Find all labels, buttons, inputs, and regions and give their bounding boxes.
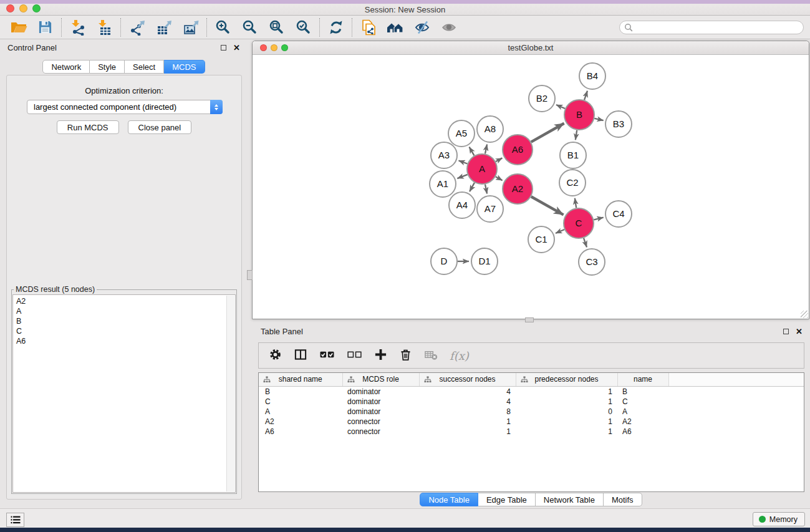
tab-network[interactable]: Network [42, 60, 90, 74]
first-neighbors-button[interactable] [382, 17, 408, 38]
table-cell[interactable]: B [259, 387, 342, 397]
add-column-button[interactable] [374, 348, 387, 364]
show-panels-button[interactable] [6, 513, 24, 527]
column-header-predecessor-nodes[interactable]: predecessor nodes [516, 373, 617, 387]
table-cell[interactable]: 4 [419, 397, 516, 407]
table-cell[interactable]: dominator [342, 407, 419, 417]
table-row[interactable]: A2connector11A2 [259, 417, 804, 427]
table-cell[interactable]: dominator [342, 387, 419, 397]
graph-node-A2[interactable]: A2 [503, 174, 533, 204]
graph-node-A1[interactable]: A1 [430, 171, 456, 197]
table-cell[interactable]: C [259, 397, 342, 407]
tab-node-table[interactable]: Node Table [420, 493, 478, 506]
close-panel-button[interactable]: Close panel [128, 120, 192, 134]
table-cell[interactable]: 1 [516, 397, 617, 407]
graph-edge-A-A2[interactable] [496, 177, 503, 180]
network-maximize-icon[interactable] [281, 44, 288, 51]
graph-node-D1[interactable]: D1 [471, 248, 498, 274]
graph-edge-B-B1[interactable] [576, 130, 577, 140]
tab-motifs[interactable]: Motifs [604, 493, 642, 506]
table-row[interactable]: Adominator80A [259, 407, 804, 417]
open-session-button[interactable] [5, 17, 32, 38]
tab-network-table[interactable]: Network Table [536, 493, 604, 506]
graph-edge-A6-B[interactable] [531, 123, 564, 142]
column-header-name[interactable]: name [617, 373, 668, 387]
table-cell[interactable]: C [617, 397, 668, 407]
graph-edge-A2-C[interactable] [531, 196, 564, 215]
graph-edge-A-A6[interactable] [496, 158, 502, 162]
graph-edge-C-C1[interactable] [556, 230, 564, 233]
graph-node-B2[interactable]: B2 [529, 85, 555, 112]
graph-node-A4[interactable]: A4 [449, 192, 475, 218]
table-cell[interactable]: 1 [516, 417, 617, 427]
delete-table-button[interactable] [424, 348, 438, 364]
deselect-all-button[interactable] [347, 348, 362, 364]
show-all-button[interactable] [435, 17, 462, 38]
horizontal-splitter-handle[interactable] [525, 317, 534, 322]
network-canvas[interactable]: B4B2BB3A8A5A6A3B1AC2A1A2A4A7C4CC1DD1C3 [253, 56, 809, 319]
zoom-fit-button[interactable] [263, 17, 290, 38]
graph-node-B4[interactable]: B4 [579, 63, 605, 89]
graph-node-A8[interactable]: A8 [477, 116, 503, 142]
graph-node-C3[interactable]: C3 [579, 249, 605, 275]
save-session-button[interactable] [32, 17, 59, 38]
graph-node-B3[interactable]: B3 [605, 111, 632, 137]
export-network-button[interactable] [123, 17, 150, 38]
graph-node-A5[interactable]: A5 [448, 120, 475, 147]
table-cell[interactable]: 4 [419, 387, 516, 397]
memory-button[interactable]: Memory [753, 512, 805, 526]
close-panel-icon[interactable]: ✕ [233, 44, 240, 51]
window-resize-grip[interactable] [801, 311, 808, 318]
tab-edge-table[interactable]: Edge Table [478, 493, 536, 506]
graph-edge-C-C4[interactable] [594, 218, 603, 220]
graph-edge-A-A7[interactable] [485, 184, 487, 193]
float-panel-icon[interactable] [221, 45, 226, 51]
mcds-result-item[interactable]: B [16, 316, 225, 326]
show-column-button[interactable] [294, 348, 307, 364]
vertical-splitter-handle[interactable] [247, 270, 253, 280]
run-mcds-button[interactable]: Run MCDS [57, 120, 119, 134]
table-cell[interactable]: B [617, 387, 668, 397]
table-cell[interactable]: A6 [617, 427, 668, 437]
table-row[interactable]: Cdominator41C [259, 397, 804, 407]
tab-style[interactable]: Style [90, 60, 125, 74]
mcds-result-scrollbar[interactable] [226, 296, 234, 491]
function-builder-button[interactable]: f(x) [450, 349, 469, 362]
mcds-result-item[interactable]: A2 [16, 296, 225, 306]
network-minimize-icon[interactable] [271, 44, 277, 51]
graph-edge-A-A5[interactable] [470, 147, 475, 156]
table-cell[interactable]: dominator [342, 397, 419, 407]
graph-node-D[interactable]: D [431, 248, 457, 274]
graph-edge-B-B3[interactable] [594, 118, 603, 120]
graph-edge-B-B4[interactable] [584, 91, 587, 100]
graph-node-A3[interactable]: A3 [431, 142, 457, 168]
mcds-result-item[interactable]: A [16, 306, 225, 316]
float-table-panel-icon[interactable] [783, 329, 789, 334]
column-header-successor-nodes[interactable]: successor nodes [419, 373, 516, 387]
network-graph[interactable]: B4B2BB3A8A5A6A3B1AC2A1A2A4A7C4CC1DD1C3 [253, 56, 809, 319]
clone-network-button[interactable] [355, 17, 382, 38]
table-cell[interactable]: 0 [516, 407, 617, 417]
graph-node-C1[interactable]: C1 [528, 226, 554, 253]
table-cell[interactable]: connector [342, 427, 419, 437]
table-cell[interactable]: 1 [516, 387, 617, 397]
close-table-panel-icon[interactable]: ✕ [796, 328, 803, 335]
graph-edge-C-C2[interactable] [575, 198, 576, 208]
graph-node-A[interactable]: A [467, 154, 497, 184]
import-table-button[interactable] [91, 17, 118, 38]
apply-layout-button[interactable] [322, 17, 349, 38]
table-row[interactable]: A6connector11A6 [259, 427, 804, 437]
mcds-result-item[interactable]: A6 [16, 336, 225, 346]
graph-node-B[interactable]: B [564, 100, 594, 130]
graph-edge-A-A8[interactable] [485, 144, 487, 153]
optimization-criterion-select[interactable]: largest connected component (directed) [27, 100, 223, 114]
search-input[interactable] [633, 22, 803, 33]
column-header-MCDS-role[interactable]: MCDS role [342, 373, 419, 387]
table-cell[interactable]: 1 [419, 417, 516, 427]
graph-node-B1[interactable]: B1 [560, 142, 586, 168]
table-cell[interactable]: A2 [617, 417, 668, 427]
graph-edge-A-A3[interactable] [459, 160, 468, 163]
search-box[interactable] [619, 21, 804, 34]
zoom-selected-button[interactable] [290, 17, 317, 38]
mcds-result-list[interactable]: A2ABCA6 [12, 294, 236, 493]
